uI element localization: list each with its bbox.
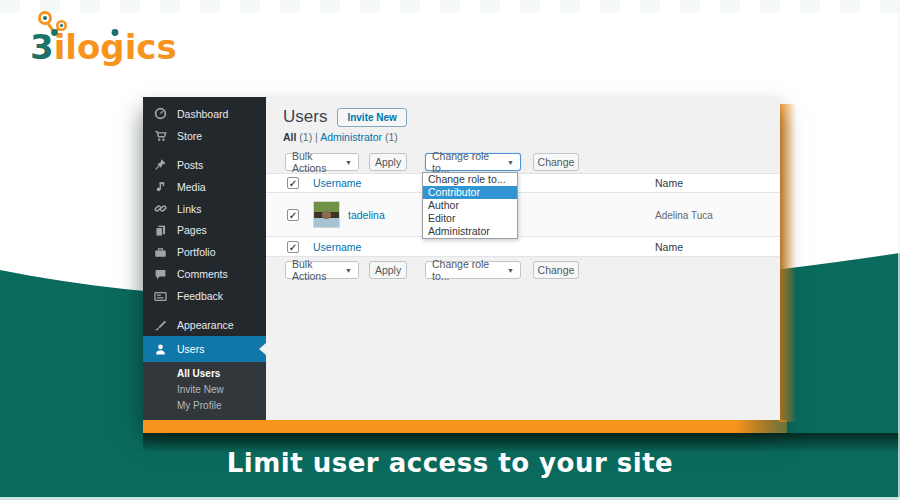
filter-separator: | bbox=[315, 131, 318, 143]
invite-new-button[interactable]: Invite New bbox=[337, 108, 406, 127]
chevron-down-icon: ▼ bbox=[507, 267, 514, 274]
chevron-down-icon: ▼ bbox=[345, 159, 352, 166]
bulk-actions-select[interactable]: Bulk Actions ▼ bbox=[285, 261, 359, 279]
submenu-item-my-profile[interactable]: My Profile bbox=[143, 398, 266, 414]
sidebar-item-label: Appearance bbox=[177, 319, 234, 331]
sidebar-item-store[interactable]: Store bbox=[143, 125, 266, 147]
page-title: Users bbox=[283, 107, 327, 127]
cart-icon bbox=[154, 129, 168, 143]
filter-all-count: (1) bbox=[299, 131, 312, 143]
user-full-name: Adelina Tuca bbox=[655, 209, 713, 220]
sidebar-item-appearance[interactable]: Appearance bbox=[143, 314, 266, 336]
company-logo: 3ilogics bbox=[16, 6, 176, 68]
bulk-actions-select[interactable]: Bulk Actions ▼ bbox=[285, 153, 359, 171]
submenu-item-invite-new[interactable]: Invite New bbox=[143, 382, 266, 398]
table-row: ✓ tadelina Adelina Tuca bbox=[266, 193, 780, 236]
role-dropdown-list: Change role to... Contributor Author Edi… bbox=[422, 172, 518, 239]
briefcase-icon bbox=[154, 245, 168, 259]
user-avatar[interactable] bbox=[313, 201, 340, 228]
role-option-placeholder[interactable]: Change role to... bbox=[423, 173, 517, 186]
users-submenu: All Users Invite New My Profile bbox=[143, 362, 266, 420]
role-option-editor[interactable]: Editor bbox=[423, 212, 517, 225]
change-role-select[interactable]: Change role to... ▼ bbox=[425, 153, 521, 171]
sidebar-item-label: Media bbox=[177, 181, 206, 193]
filter-administrator[interactable]: Administrator bbox=[320, 131, 382, 143]
username-column-header[interactable]: Username bbox=[313, 241, 361, 253]
sidebar-item-media[interactable]: Media bbox=[143, 176, 266, 198]
sidebar-item-links[interactable]: Links bbox=[143, 198, 266, 220]
sidebar-item-label: Comments bbox=[177, 268, 228, 280]
select-all-checkbox[interactable]: ✓ bbox=[287, 177, 299, 189]
bottom-toolbar: Bulk Actions ▼ Apply Change role to... ▼… bbox=[285, 261, 579, 279]
orange-right-glow bbox=[779, 104, 796, 422]
orange-bottom-bar bbox=[143, 420, 787, 433]
sidebar-item-label: Store bbox=[177, 130, 202, 142]
media-icon bbox=[154, 180, 168, 194]
feedback-form-icon bbox=[154, 289, 168, 303]
top-toolbar: Bulk Actions ▼ Apply Change role to... ▼… bbox=[285, 153, 579, 171]
change-button[interactable]: Change bbox=[533, 261, 579, 279]
table-header-top: ✓ Username Name bbox=[266, 173, 780, 193]
users-page-content: Users Invite New All (1) | Administrator… bbox=[266, 97, 780, 420]
apply-button[interactable]: Apply bbox=[369, 261, 407, 279]
change-role-select[interactable]: Change role to... ▼ bbox=[425, 261, 521, 279]
select-all-checkbox[interactable]: ✓ bbox=[287, 241, 299, 253]
sidebar-item-pages[interactable]: Pages bbox=[143, 220, 266, 242]
sidebar-item-dashboard[interactable]: Dashboard bbox=[143, 103, 266, 125]
wordpress-admin-screenshot: Dashboard Store Posts Media Links Pages … bbox=[143, 97, 780, 420]
table-header-bottom: ✓ Username Name bbox=[266, 236, 780, 257]
sidebar-item-portfolio[interactable]: Portfolio bbox=[143, 241, 266, 263]
speech-bubble-icon bbox=[154, 267, 168, 281]
paintbrush-icon bbox=[154, 318, 168, 332]
role-option-administrator[interactable]: Administrator bbox=[423, 225, 517, 238]
user-icon bbox=[154, 342, 168, 356]
sidebar-item-label: Links bbox=[177, 203, 202, 215]
row-checkbox[interactable]: ✓ bbox=[287, 209, 299, 221]
user-count-filters: All (1) | Administrator (1) bbox=[283, 131, 398, 143]
sidebar-item-feedback[interactable]: Feedback bbox=[143, 285, 266, 307]
chevron-down-icon: ▼ bbox=[345, 267, 352, 274]
role-option-contributor[interactable]: Contributor bbox=[423, 186, 517, 199]
sidebar-item-label: Feedback bbox=[177, 290, 223, 302]
change-button[interactable]: Change bbox=[533, 153, 579, 171]
caption-text: Limit user access to your site bbox=[0, 448, 900, 478]
admin-sidebar: Dashboard Store Posts Media Links Pages … bbox=[143, 97, 266, 420]
sidebar-item-comments[interactable]: Comments bbox=[143, 263, 266, 285]
sidebar-item-label: Posts bbox=[177, 159, 203, 171]
submenu-item-all-users[interactable]: All Users bbox=[143, 366, 266, 382]
sidebar-item-posts[interactable]: Posts bbox=[143, 154, 266, 176]
apply-button[interactable]: Apply bbox=[369, 153, 407, 171]
sidebar-item-label: Dashboard bbox=[177, 108, 228, 120]
pages-icon bbox=[154, 223, 168, 237]
username-link[interactable]: tadelina bbox=[348, 209, 385, 221]
pin-icon bbox=[154, 158, 168, 172]
filter-all[interactable]: All bbox=[283, 131, 296, 143]
filter-admin-count: (1) bbox=[385, 131, 398, 143]
dashboard-icon bbox=[154, 107, 168, 121]
username-column-header[interactable]: Username bbox=[313, 177, 361, 189]
role-option-author[interactable]: Author bbox=[423, 199, 517, 212]
sidebar-item-label: Portfolio bbox=[177, 246, 216, 258]
link-icon bbox=[154, 202, 168, 216]
sidebar-item-label: Pages bbox=[177, 224, 207, 236]
sidebar-item-users[interactable]: Users bbox=[143, 336, 266, 362]
sidebar-item-label: Users bbox=[177, 343, 204, 355]
name-column-header: Name bbox=[655, 241, 683, 253]
chevron-down-icon: ▼ bbox=[507, 159, 514, 166]
name-column-header: Name bbox=[655, 177, 683, 189]
